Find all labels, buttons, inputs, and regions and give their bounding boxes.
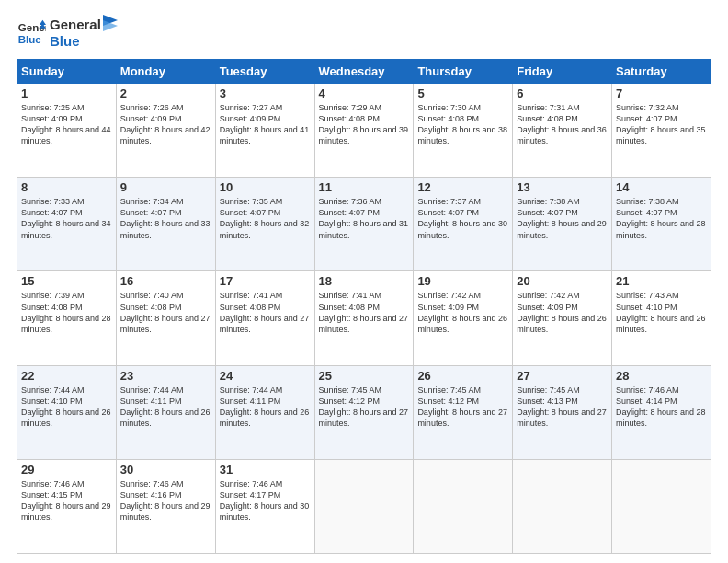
cell-info: Sunrise: 7:46 AMSunset: 4:14 PMDaylight:… [616,385,707,430]
daylight-text: Daylight: 8 hours and 30 minutes. [417,218,508,240]
day-number: 6 [517,86,608,100]
daylight-text: Daylight: 8 hours and 26 minutes. [616,313,707,335]
daylight-text: Daylight: 8 hours and 31 minutes. [319,218,410,240]
sunrise-text: Sunrise: 7:44 AM [21,385,112,396]
cell-info: Sunrise: 7:46 AMSunset: 4:15 PMDaylight:… [21,478,112,523]
sunrise-text: Sunrise: 7:45 AM [319,385,410,396]
sunrise-text: Sunrise: 7:46 AM [120,478,211,489]
sunset-text: Sunset: 4:08 PM [21,302,112,313]
cell-info: Sunrise: 7:29 AMSunset: 4:08 PMDaylight:… [319,102,410,147]
daylight-text: Daylight: 8 hours and 42 minutes. [120,124,211,146]
calendar-week-5: 29Sunrise: 7:46 AMSunset: 4:15 PMDayligh… [17,459,711,553]
sunset-text: Sunset: 4:08 PM [417,113,508,124]
svg-text:Blue: Blue [18,34,42,45]
logo-icon: General Blue [17,18,46,48]
calendar-cell: 30Sunrise: 7:46 AMSunset: 4:16 PMDayligh… [116,459,215,553]
sunset-text: Sunset: 4:16 PM [120,489,211,500]
sunset-text: Sunset: 4:08 PM [319,302,410,313]
sunrise-text: Sunrise: 7:45 AM [517,385,608,396]
cell-info: Sunrise: 7:44 AMSunset: 4:11 PMDaylight:… [120,385,211,430]
calendar-cell [314,459,414,553]
cell-info: Sunrise: 7:25 AMSunset: 4:09 PMDaylight:… [21,102,112,147]
daylight-text: Daylight: 8 hours and 28 minutes. [616,218,707,240]
calendar-cell: 16Sunrise: 7:40 AMSunset: 4:08 PMDayligh… [116,271,215,365]
sunrise-text: Sunrise: 7:29 AM [319,102,410,113]
cell-info: Sunrise: 7:42 AMSunset: 4:09 PMDaylight:… [417,290,508,335]
sunrise-text: Sunrise: 7:44 AM [120,385,211,396]
sunrise-text: Sunrise: 7:38 AM [517,196,608,207]
day-number: 4 [319,86,410,100]
calendar-cell: 11Sunrise: 7:36 AMSunset: 4:07 PMDayligh… [314,178,414,271]
calendar-table: SundayMondayTuesdayWednesdayThursdayFrid… [17,59,711,554]
calendar-cell: 29Sunrise: 7:46 AMSunset: 4:15 PMDayligh… [17,459,117,553]
calendar-cell: 1Sunrise: 7:25 AMSunset: 4:09 PMDaylight… [17,84,117,178]
sunrise-text: Sunrise: 7:38 AM [616,196,707,207]
sunset-text: Sunset: 4:07 PM [120,207,211,218]
sunset-text: Sunset: 4:11 PM [220,396,311,407]
sunset-text: Sunset: 4:08 PM [120,302,211,313]
sunset-text: Sunset: 4:07 PM [616,207,707,218]
cell-info: Sunrise: 7:26 AMSunset: 4:09 PMDaylight:… [120,102,211,147]
sunset-text: Sunset: 4:07 PM [220,207,311,218]
cell-info: Sunrise: 7:44 AMSunset: 4:10 PMDaylight:… [21,385,112,430]
weekday-header-thursday: Thursday [414,60,513,84]
cell-info: Sunrise: 7:30 AMSunset: 4:08 PMDaylight:… [417,102,508,147]
calendar-cell: 18Sunrise: 7:41 AMSunset: 4:08 PMDayligh… [314,271,414,365]
logo-flag-icon [101,15,119,40]
calendar-cell: 6Sunrise: 7:31 AMSunset: 4:08 PMDaylight… [513,84,612,178]
calendar-cell: 12Sunrise: 7:37 AMSunset: 4:07 PMDayligh… [414,178,513,271]
daylight-text: Daylight: 8 hours and 39 minutes. [319,124,410,146]
day-number: 3 [220,86,311,100]
day-number: 12 [417,180,508,194]
daylight-text: Daylight: 8 hours and 35 minutes. [616,124,707,146]
cell-info: Sunrise: 7:37 AMSunset: 4:07 PMDaylight:… [417,196,508,241]
cell-info: Sunrise: 7:31 AMSunset: 4:08 PMDaylight:… [517,102,608,147]
day-number: 30 [120,463,211,477]
weekday-header-wednesday: Wednesday [314,60,414,84]
sunset-text: Sunset: 4:11 PM [120,396,211,407]
cell-info: Sunrise: 7:36 AMSunset: 4:07 PMDaylight:… [319,196,410,241]
sunrise-text: Sunrise: 7:26 AM [120,102,211,113]
sunrise-text: Sunrise: 7:33 AM [21,196,112,207]
cell-info: Sunrise: 7:33 AMSunset: 4:07 PMDaylight:… [21,196,112,241]
daylight-text: Daylight: 8 hours and 30 minutes. [220,500,311,523]
sunset-text: Sunset: 4:09 PM [417,302,508,313]
cell-info: Sunrise: 7:44 AMSunset: 4:11 PMDaylight:… [220,385,311,430]
sunrise-text: Sunrise: 7:42 AM [417,290,508,301]
day-number: 31 [220,463,311,477]
sunrise-text: Sunrise: 7:25 AM [21,102,112,113]
calendar-cell: 8Sunrise: 7:33 AMSunset: 4:07 PMDaylight… [17,178,117,271]
sunset-text: Sunset: 4:07 PM [517,207,608,218]
sunset-text: Sunset: 4:13 PM [517,396,608,407]
calendar-cell [513,459,612,553]
calendar-cell: 13Sunrise: 7:38 AMSunset: 4:07 PMDayligh… [513,178,612,271]
sunrise-text: Sunrise: 7:40 AM [120,290,211,301]
sunrise-text: Sunrise: 7:46 AM [616,385,707,396]
sunrise-text: Sunrise: 7:27 AM [220,102,311,113]
sunset-text: Sunset: 4:10 PM [616,302,707,313]
daylight-text: Daylight: 8 hours and 26 minutes. [417,313,508,335]
calendar-cell: 5Sunrise: 7:30 AMSunset: 4:08 PMDaylight… [414,84,513,178]
sunset-text: Sunset: 4:07 PM [616,113,707,124]
weekday-header-friday: Friday [513,60,612,84]
day-number: 28 [616,369,707,383]
cell-info: Sunrise: 7:27 AMSunset: 4:09 PMDaylight:… [220,102,311,147]
day-number: 29 [21,463,112,477]
header-row: SundayMondayTuesdayWednesdayThursdayFrid… [17,60,711,84]
sunrise-text: Sunrise: 7:34 AM [120,196,211,207]
calendar-cell: 27Sunrise: 7:45 AMSunset: 4:13 PMDayligh… [513,365,612,459]
daylight-text: Daylight: 8 hours and 32 minutes. [220,218,311,240]
day-number: 25 [319,369,410,383]
cell-info: Sunrise: 7:45 AMSunset: 4:12 PMDaylight:… [417,385,508,430]
daylight-text: Daylight: 8 hours and 28 minutes. [21,313,112,335]
day-number: 10 [220,180,311,194]
calendar-cell [414,459,513,553]
calendar-cell: 2Sunrise: 7:26 AMSunset: 4:09 PMDaylight… [116,84,215,178]
header: General Blue General Blue [17,17,711,50]
calendar-week-1: 1Sunrise: 7:25 AMSunset: 4:09 PMDaylight… [17,84,711,178]
day-number: 18 [319,274,410,288]
sunrise-text: Sunrise: 7:35 AM [220,196,311,207]
cell-info: Sunrise: 7:34 AMSunset: 4:07 PMDaylight:… [120,196,211,241]
cell-info: Sunrise: 7:35 AMSunset: 4:07 PMDaylight:… [220,196,311,241]
cell-info: Sunrise: 7:42 AMSunset: 4:09 PMDaylight:… [517,290,608,335]
